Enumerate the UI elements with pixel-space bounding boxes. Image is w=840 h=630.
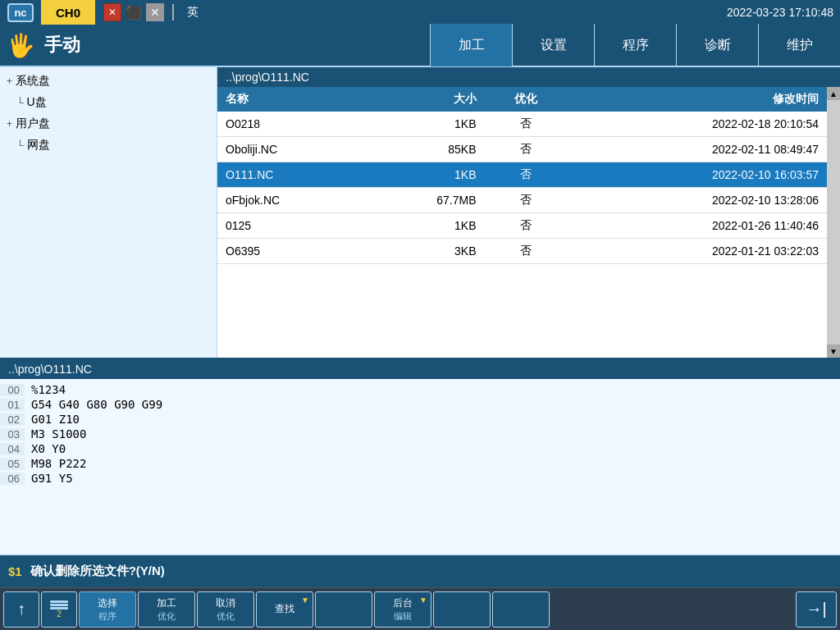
- backend-line2: 编辑: [394, 610, 412, 623]
- code-line: 06 G91 Y5: [0, 471, 840, 486]
- nav-diagnostics[interactable]: 诊断: [676, 24, 758, 66]
- cancel-optimize-button[interactable]: 取消 优化: [197, 591, 254, 628]
- file-size: 1KB: [367, 162, 485, 188]
- channel-badge: CH0: [41, 0, 95, 25]
- empty-btn-1[interactable]: [315, 591, 372, 628]
- col-header-date: 修改时间: [568, 87, 827, 112]
- toolbar-up-button[interactable]: ↑: [3, 591, 39, 628]
- sidebar-item-net-disk[interactable]: └ 网盘: [0, 135, 217, 156]
- search-button[interactable]: 查找 ▼: [256, 591, 313, 628]
- file-panel: ..\prog\O111.NC 名称 大小 优化 修改时间 O0218 1KB: [217, 67, 840, 358]
- scrollbar[interactable]: ▲ ▼: [827, 87, 840, 358]
- close-button[interactable]: ✕: [146, 3, 164, 21]
- col-header-opt: 优化: [485, 87, 568, 112]
- line-code: %1234: [25, 383, 66, 396]
- backend-dropdown-icon: ▼: [419, 596, 427, 605]
- nav-program[interactable]: 程序: [594, 24, 676, 66]
- select-program-line2: 程序: [98, 610, 116, 623]
- file-date: 2022-02-18 20:10:54: [568, 112, 827, 137]
- line-code: G54 G40 G80 G90 G99: [25, 398, 162, 411]
- status-bar: $1 确认删除所选文件?(Y/N): [0, 555, 840, 587]
- file-name: O111.NC: [217, 162, 367, 188]
- table-row[interactable]: oFbjok.NC 67.7MB 否 2022-02-10 13:28:06: [217, 188, 827, 213]
- table-row[interactable]: Oboliji.NC 85KB 否 2022-02-11 08:49:47: [217, 137, 827, 162]
- file-rows: O0218 1KB 否 2022-02-18 20:10:54 Oboliji.…: [217, 112, 827, 264]
- monitor-icon: ⬛: [125, 3, 143, 21]
- language-button[interactable]: 英: [182, 5, 203, 20]
- table-row[interactable]: O0218 1KB 否 2022-02-18 20:10:54: [217, 112, 827, 137]
- scrollbar-track: [827, 100, 840, 345]
- expand-icon-net: └: [16, 139, 24, 151]
- cancel-opt-line2: 优化: [217, 610, 235, 623]
- sidebar-item-system-disk[interactable]: + 系统盘: [0, 71, 217, 92]
- file-name: O6395: [217, 239, 367, 264]
- disconnect-icon[interactable]: ✕: [103, 3, 121, 21]
- file-opt: 否: [485, 162, 568, 188]
- sidebar: + 系统盘 └ U盘 + 用户盘 └ 网盘: [0, 67, 217, 358]
- nav-machining[interactable]: 加工: [430, 24, 512, 66]
- file-size: 1KB: [367, 213, 485, 239]
- line-code: X0 Y0: [25, 442, 66, 455]
- table-row[interactable]: 0125 1KB 否 2022-01-26 11:40:46: [217, 213, 827, 239]
- file-table-wrapper: 名称 大小 优化 修改时间 O0218 1KB 否 2022-02-18 20:…: [217, 87, 827, 358]
- table-header-row: 名称 大小 优化 修改时间: [217, 87, 827, 112]
- sidebar-item-u-disk[interactable]: └ U盘: [0, 92, 217, 113]
- sidebar-item-user-disk[interactable]: + 用户盘: [0, 113, 217, 135]
- empty-btn-2[interactable]: [433, 591, 491, 628]
- code-line: 05 M98 P222: [0, 456, 840, 471]
- file-date: 2022-02-10 16:03:57: [568, 162, 827, 188]
- expand-icon: +: [7, 75, 12, 87]
- line-code: G01 Z10: [25, 413, 80, 426]
- file-opt: 否: [485, 213, 568, 239]
- arrow-label: →|: [806, 600, 826, 619]
- nav-settings[interactable]: 设置: [512, 24, 594, 66]
- file-list-container: 名称 大小 优化 修改时间 O0218 1KB 否 2022-02-18 20:…: [217, 87, 840, 358]
- sidebar-label-net: 网盘: [27, 138, 50, 153]
- toolbar-layers-button[interactable]: 2: [41, 591, 77, 628]
- line-number: 05: [0, 458, 25, 470]
- hand-icon: 🖐: [0, 24, 41, 66]
- table-row[interactable]: O6395 3KB 否 2022-01-21 03:22:03: [217, 239, 827, 264]
- file-opt: 否: [485, 112, 568, 137]
- file-date: 2022-01-26 11:40:46: [568, 213, 827, 239]
- file-opt: 否: [485, 137, 568, 162]
- code-path: ..\prog\O111.NC: [0, 359, 840, 379]
- expand-icon-u: └: [16, 97, 24, 108]
- select-program-button[interactable]: 选择 程序: [79, 591, 136, 628]
- scrollbar-down-button[interactable]: ▼: [827, 345, 840, 358]
- file-size: 67.7MB: [367, 188, 485, 213]
- forward-arrow-button[interactable]: →|: [796, 591, 837, 628]
- stack-superscript: 2: [57, 609, 62, 619]
- code-line: 04 X0 Y0: [0, 441, 840, 456]
- sidebar-label-u: U盘: [27, 95, 47, 110]
- cancel-opt-line1: 取消: [216, 596, 235, 610]
- machining-optimize-button[interactable]: 加工 优化: [138, 591, 195, 628]
- backend-edit-button[interactable]: 后台 编辑 ▼: [374, 591, 431, 628]
- file-date: 2022-01-21 03:22:03: [568, 239, 827, 264]
- topbar-middle: ✕ ⬛ ✕ 英: [95, 3, 727, 21]
- file-name: Oboliji.NC: [217, 137, 367, 162]
- main-area: + 系统盘 └ U盘 + 用户盘 └ 网盘 ..\prog\O111.NC 名称: [0, 67, 840, 358]
- file-size: 3KB: [367, 239, 485, 264]
- file-name: 0125: [217, 213, 367, 239]
- empty-btn-3[interactable]: [492, 591, 550, 628]
- select-program-line1: 选择: [98, 596, 117, 610]
- machining-opt-line2: 优化: [158, 610, 176, 623]
- col-header-size: 大小: [367, 87, 485, 112]
- file-opt: 否: [485, 188, 568, 213]
- line-number: 00: [0, 384, 25, 396]
- status-num: $1: [8, 564, 22, 578]
- sidebar-label-system: 系统盘: [16, 74, 50, 89]
- line-code: G91 Y5: [25, 472, 73, 485]
- code-line: 02 G01 Z10: [0, 412, 840, 427]
- file-name: O0218: [217, 112, 367, 137]
- file-size: 1KB: [367, 112, 485, 137]
- datetime-display: 2022-03-23 17:10:48: [727, 6, 840, 19]
- line-code: M98 P222: [25, 457, 86, 470]
- code-content: 00 %1234 01 G54 G40 G80 G90 G99 02 G01 Z…: [0, 379, 840, 489]
- nav-maintenance[interactable]: 维护: [758, 24, 840, 66]
- scrollbar-up-button[interactable]: ▲: [827, 87, 840, 100]
- file-size: 85KB: [367, 137, 485, 162]
- table-row[interactable]: O111.NC 1KB 否 2022-02-10 16:03:57: [217, 162, 827, 188]
- line-number: 06: [0, 472, 25, 485]
